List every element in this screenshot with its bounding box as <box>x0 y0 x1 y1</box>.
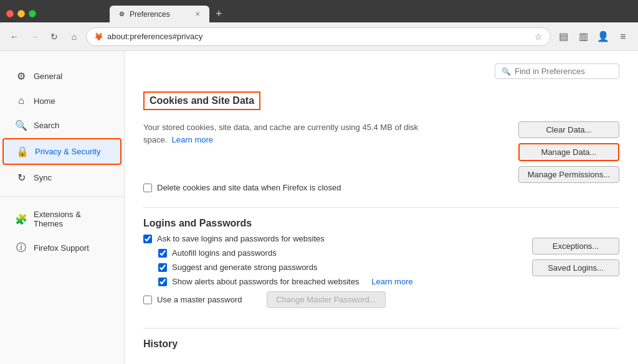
master-password-checkbox[interactable] <box>143 296 152 304</box>
forward-button[interactable]: → <box>26 29 42 45</box>
preferences-tab[interactable]: ⚙ Preferences ✕ <box>110 6 209 23</box>
manage-data-button[interactable]: Manage Data... <box>518 143 619 161</box>
alerts-row: Show alerts about passwords for breached… <box>158 277 520 286</box>
suggest-label: Suggest and generate strong passwords <box>172 263 317 272</box>
delete-cookies-checkbox[interactable] <box>143 184 152 192</box>
logins-section-title: Logins and Passwords <box>143 218 520 229</box>
pocket-button[interactable]: ▥ <box>574 28 592 45</box>
alerts-checkbox[interactable] <box>158 278 167 286</box>
traffic-lights[interactable] <box>6 10 36 17</box>
tab-favicon: ⚙ <box>117 10 126 19</box>
close-button[interactable] <box>6 10 14 17</box>
exceptions-button[interactable]: Exceptions... <box>532 238 619 254</box>
library-button[interactable]: ▤ <box>555 28 572 45</box>
ask-save-row: Ask to save logins and passwords for web… <box>143 234 520 243</box>
sidebar-item-search[interactable]: 🔍 Search <box>2 113 121 138</box>
history-section-title: History <box>143 338 619 350</box>
nav-tools: ▤ ▥ 👤 ≡ <box>555 28 632 45</box>
sidebar-label-search: Search <box>34 121 59 130</box>
autofill-label: Autofill logins and passwords <box>172 248 277 258</box>
sidebar: ⚙ General ⌂ Home 🔍 Search 🔒 Privacy & Se… <box>0 51 125 364</box>
main-content: ⚙ General ⌂ Home 🔍 Search 🔒 Privacy & Se… <box>0 51 638 364</box>
cookies-section: Cookies and Site Data Your stored cookie… <box>143 91 619 192</box>
tab-close-icon[interactable]: ✕ <box>193 10 202 19</box>
saved-logins-button[interactable]: Saved Logins... <box>532 259 619 276</box>
tab-title: Preferences <box>130 10 189 19</box>
ask-save-label: Ask to save logins and passwords for web… <box>157 234 325 243</box>
suggest-checkbox[interactable] <box>158 263 167 272</box>
find-search-icon: 🔍 <box>502 67 511 76</box>
address-bar[interactable]: 🦊 about:preferences#privacy ☆ <box>86 27 551 46</box>
address-favicon: 🦊 <box>94 32 103 41</box>
sidebar-item-sync[interactable]: ↻ Sync <box>2 166 121 190</box>
sidebar-item-support[interactable]: ⓘ Firefox Support <box>2 235 121 261</box>
find-in-preferences-box[interactable]: 🔍 <box>495 63 619 79</box>
master-password-row: Use a master password Change Master Pass… <box>143 291 520 308</box>
minimize-button[interactable] <box>17 10 25 17</box>
history-section: History <box>143 338 619 350</box>
search-bar-area: 🔍 <box>143 63 619 79</box>
bookmark-star-icon[interactable]: ☆ <box>535 32 543 42</box>
sidebar-label-privacy: Privacy & Security <box>35 147 100 156</box>
cookies-learn-more-link[interactable]: Learn more <box>172 135 213 144</box>
refresh-button[interactable]: ↻ <box>46 29 62 45</box>
sidebar-item-general[interactable]: ⚙ General <box>2 64 121 88</box>
sidebar-label-support: Firefox Support <box>34 243 89 253</box>
sidebar-item-privacy[interactable]: 🔒 Privacy & Security <box>2 138 121 165</box>
find-in-preferences-input[interactable] <box>515 67 619 76</box>
section-divider-2 <box>143 328 619 329</box>
sidebar-bottom: 🧩 Extensions & Themes ⓘ Firefox Support <box>0 196 124 261</box>
logins-section: Logins and Passwords Ask to save logins … <box>143 218 619 313</box>
sidebar-label-extensions: Extensions & Themes <box>34 210 109 228</box>
extensions-icon: 🧩 <box>15 213 27 225</box>
section-divider-1 <box>143 207 619 208</box>
new-tab-button[interactable]: + <box>211 5 227 23</box>
sidebar-label-home: Home <box>34 96 55 106</box>
home-button[interactable]: ⌂ <box>66 29 82 45</box>
suggest-row: Suggest and generate strong passwords <box>158 263 520 272</box>
manage-permissions-button[interactable]: Manage Permissions... <box>518 166 619 183</box>
sync-icon: ↻ <box>15 172 27 184</box>
lock-icon: 🔒 <box>16 146 29 157</box>
address-url: about:preferences#privacy <box>107 32 531 41</box>
content-area: 🔍 Cookies and Site Data Your stored cook… <box>125 51 638 364</box>
delete-cookies-label: Delete cookies and site data when Firefo… <box>157 183 341 192</box>
sidebar-label-general: General <box>34 72 62 81</box>
autofill-row: Autofill logins and passwords <box>158 248 520 258</box>
home-icon: ⌂ <box>15 95 27 106</box>
autofill-checkbox[interactable] <box>158 249 167 258</box>
sidebar-item-home[interactable]: ⌂ Home <box>2 89 121 113</box>
maximize-button[interactable] <box>29 10 36 17</box>
navigation-bar: ← → ↻ ⌂ 🦊 about:preferences#privacy ☆ ▤ … <box>0 22 638 51</box>
support-icon: ⓘ <box>15 241 27 254</box>
sidebar-label-sync: Sync <box>34 173 52 182</box>
alerts-label: Show alerts about passwords for breached… <box>172 277 359 286</box>
ask-save-checkbox[interactable] <box>143 235 152 243</box>
menu-button[interactable]: ≡ <box>614 28 632 45</box>
account-button[interactable]: 👤 <box>594 28 612 45</box>
delete-cookies-row: Delete cookies and site data when Firefo… <box>143 183 619 192</box>
search-icon: 🔍 <box>15 119 27 131</box>
cookies-section-title: Cookies and Site Data <box>143 91 260 110</box>
cookies-description: Your stored cookies, site data, and cach… <box>143 121 442 146</box>
back-button[interactable]: ← <box>6 29 22 45</box>
change-master-password-button[interactable]: Change Master Password... <box>267 291 385 308</box>
master-password-label: Use a master password <box>157 295 242 304</box>
alerts-learn-more-link[interactable]: Learn more <box>371 277 412 286</box>
clear-data-button[interactable]: Clear Data... <box>518 121 619 138</box>
gear-icon: ⚙ <box>15 70 27 82</box>
sidebar-item-extensions[interactable]: 🧩 Extensions & Themes <box>2 203 121 235</box>
